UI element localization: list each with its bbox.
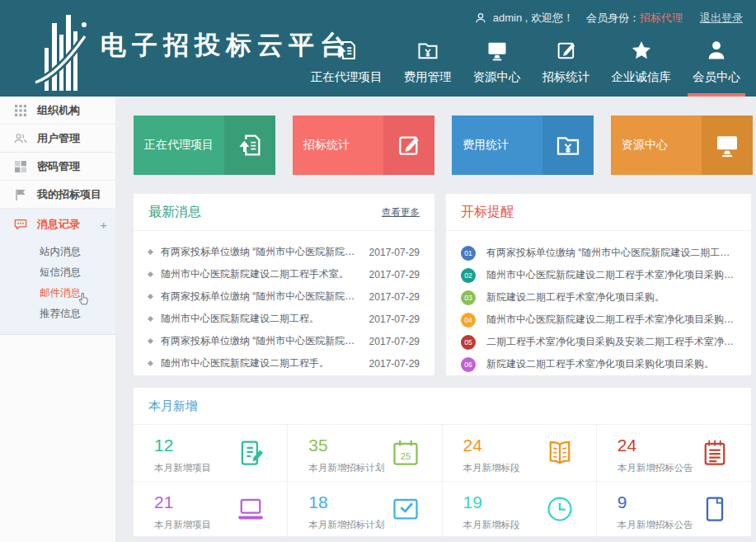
monitor-icon [486,39,509,62]
reminder-text: 新院建设二期工程手术室净化项目采购化项目采购。 [486,357,736,371]
news-date: 2017-07-29 [369,358,420,370]
stat-new-bid-sections-1: 24 本月新增标段 [443,425,597,482]
news-item[interactable]: 有两家投标单位缴纳 “随州市中心医院新院建设。2017-07-29 [148,330,420,352]
nav-item-member-center[interactable]: 会员中心 [682,39,751,97]
reminder-text: 随州市中心医院新院建设二期工程手术室净化项目采购及安装”项目的招...... [486,268,736,282]
diamond-bullet-icon [148,294,153,299]
stat-new-projects-1: 12 本月新增项目 [134,425,288,482]
monthly-new-panel: 本月新增 12 本月新增项目 35 本月新增招标计划 25 [134,388,751,536]
logout-link[interactable]: 退出登录 [700,11,743,26]
nav-item-agency-projects[interactable]: 正在代理项目 [300,39,393,97]
reminder-item[interactable]: 03新院建设二期工程手术室净化项目采购。 [461,286,736,309]
laptop-icon [236,494,265,524]
flag-icon [14,188,27,201]
news-date: 2017-07-29 [369,247,420,258]
reminder-text: 新院建设二期工程手术室净化项目采购。 [486,290,736,304]
news-text: 随州市中心医院新院建设二期工程手术室。 [161,267,369,281]
expand-plus-icon[interactable]: + [100,218,107,232]
sidebar-message-section: 消息记录 + 站内消息 短信消息 邮件消息 推荐信息 [0,209,115,335]
diamond-bullet-icon [148,361,153,366]
card-resource-center[interactable]: 资源中心 [611,115,753,175]
news-text: 随州市中心医院新院建设二期工程手。 [161,356,369,370]
book-icon [545,438,575,468]
monitor-icon [702,115,753,175]
stat-new-bid-notices-1: 24 本月新增招标公告 [597,425,751,482]
role-label: 会员身份： [586,11,640,26]
submenu-item-recommend-info[interactable]: 推荐信息 [0,304,115,324]
submenu-item-sms-messages[interactable]: 短信消息 [0,262,115,283]
news-item[interactable]: 随州市中心医院新院建设二期工程。2017-07-29 [148,308,420,330]
reminder-item[interactable]: 05二期工程手术室净化项目采购及安装二期工程手术室净化项目采购及。 [461,331,736,353]
card-agency-projects[interactable]: 正在代理项目 [134,115,275,175]
nav-label: 资源中心 [473,69,521,85]
reminder-item[interactable]: 01有两家投标单位缴纳 “随州市中心医院新院建设二期工程。 [461,242,736,264]
card-label: 正在代理项目 [144,138,214,153]
sidebar-item-user-management[interactable]: 用户管理 [0,125,115,153]
sidebar-item-my-bid-projects[interactable]: 我的招标项目 [0,181,115,209]
stat-new-bid-sections-2: 19 本月新增标段 [443,482,597,538]
doc-export-icon [224,115,275,175]
stat-label: 本月新增招标公告 [617,519,751,531]
nav-label: 费用管理 [404,69,452,85]
tablet-icon [700,494,730,524]
message-icon [14,218,27,231]
calendar-icon: 25 [391,438,420,468]
reminder-text: 二期工程手术室净化项目采购及安装二期工程手术室净化项目采购及。 [486,335,736,349]
stat-new-bid-notices-2: 9 本月新增招标公告 [597,482,751,538]
diamond-bullet-icon [148,316,153,322]
nav-label: 招标统计 [542,69,590,85]
reminder-item[interactable]: 04随州市中心医院新院建设二期工程手术室净化项目采购及安装”项目的招...... [461,309,736,331]
nav-item-fee-management[interactable]: 费用管理 [393,39,463,97]
svg-text:25: 25 [400,451,411,461]
number-badge: 01 [461,246,476,261]
users-icon [14,132,27,145]
diamond-bullet-icon [148,338,153,344]
folder-yen-icon [416,39,439,62]
news-item[interactable]: 有两家投标单位缴纳 “随州市中心医院新院建设......2017-07-29 [148,241,420,263]
submenu-item-email-messages[interactable]: 邮件消息 [0,283,115,304]
sidebar-item-message-records[interactable]: 消息记录 + [0,209,115,240]
nav-item-bid-statistics[interactable]: 招标统计 [532,39,601,97]
news-item[interactable]: 随州市中心医院新院建设二期工程手。2017-07-29 [148,352,420,375]
reminder-text: 随州市中心医院新院建设二期工程手术室净化项目采购及安装”项目的招...... [486,313,736,327]
submenu-item-site-messages[interactable]: 站内消息 [0,242,115,262]
news-text: 有两家投标单位缴纳 “随州市中心医院新院建设。 [161,334,369,348]
submenu-label: 站内消息 [40,245,81,259]
edit-icon [383,115,434,175]
reminder-item[interactable]: 06新院建设二期工程手术室净化项目采购化项目采购。 [461,353,736,375]
card-fee-statistics[interactable]: 费用统计 [452,115,594,175]
stat-label: 本月新增项目 [154,519,287,531]
message-submenu: 站内消息 短信消息 邮件消息 推荐信息 [0,240,115,334]
towers-logo-icon [33,7,99,93]
stat-label: 本月新增招标计划 [308,519,441,531]
sidebar: 组织机构 用户管理 密码管理 我的招标项目 消息记录 [0,97,115,542]
nav-item-resource-center[interactable]: 资源中心 [463,39,532,97]
news-item[interactable]: 随州市中心医院新院建设二期工程手术室。2017-07-29 [148,263,420,285]
view-more-link[interactable]: 查看更多 [382,206,420,219]
reminder-list: 01有两家投标单位缴纳 “随州市中心医院新院建设二期工程。 02随州市中心医院新… [446,231,751,375]
sidebar-item-organization[interactable]: 组织机构 [0,97,115,125]
mail-check-icon [391,494,420,524]
main-content: 正在代理项目 招标统计 费用统计 资源中心 [115,97,756,542]
brand-logo[interactable] [33,7,99,93]
blocks-icon [14,160,27,173]
reminder-item[interactable]: 02随州市中心医院新院建设二期工程手术室净化项目采购及安装”项目的招...... [461,264,736,286]
news-item[interactable]: 有两家投标单位缴纳 “随州市中心医院新院建设......2017-07-29 [148,285,420,308]
panel-title-monthly-new: 本月新增 [148,398,198,414]
notepad-icon [700,438,730,468]
sidebar-item-label: 消息记录 [37,217,80,232]
number-badge: 05 [461,335,476,350]
panel-title-latest-news: 最新消息 [148,204,201,221]
number-badge: 06 [461,357,476,372]
sidebar-item-password-management[interactable]: 密码管理 [0,153,115,181]
sidebar-item-label: 组织机构 [37,103,80,118]
stat-value: 24 [617,436,751,455]
number-badge: 03 [461,290,476,305]
stat-label: 本月新增标段 [463,462,596,474]
note-pen-icon [236,438,265,468]
card-bid-statistics[interactable]: 招标统计 [293,115,434,175]
nav-item-integrity-library[interactable]: 企业诚信库 [601,39,683,97]
news-text: 有两家投标单位缴纳 “随州市中心医院新院建设...... [161,290,369,304]
stat-value: 35 [308,436,441,455]
doc-export-icon [335,39,358,62]
